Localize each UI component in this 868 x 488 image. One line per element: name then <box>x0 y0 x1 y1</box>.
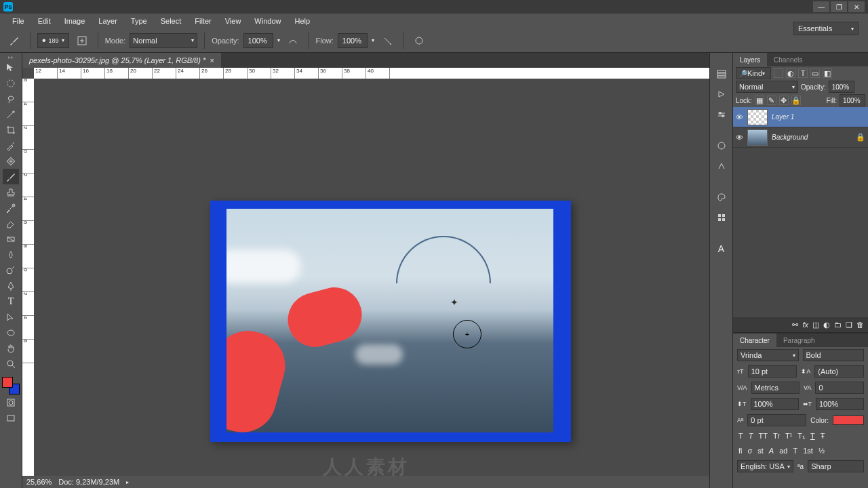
dodge-tool[interactable] <box>3 262 19 278</box>
contextual-icon[interactable]: σ <box>748 447 753 455</box>
properties-panel-icon[interactable] <box>713 106 730 123</box>
superscript-icon[interactable]: T¹ <box>785 432 792 440</box>
foreground-color[interactable] <box>2 377 13 388</box>
kerning-input[interactable]: Metrics <box>751 382 800 394</box>
ruler-horizontal[interactable]: 121416182022242628303234363840 <box>34 68 709 79</box>
brush-panel-icon[interactable] <box>713 137 730 155</box>
filter-pixel-icon[interactable] <box>774 68 783 78</box>
layer-blendmode[interactable]: Normal▾ <box>736 81 798 93</box>
tab-channels[interactable]: Channels <box>767 53 809 66</box>
type-tool[interactable]: T <box>3 293 19 309</box>
menu-window[interactable]: Window <box>248 17 288 25</box>
visibility-icon[interactable]: 👁 <box>736 134 743 142</box>
leading-input[interactable]: (Auto) <box>814 365 864 378</box>
ordinals-icon[interactable]: 1st <box>803 447 813 455</box>
blur-tool[interactable] <box>3 247 19 262</box>
healing-tool[interactable] <box>3 153 19 169</box>
lock-all-icon[interactable]: 🔒 <box>791 96 801 105</box>
lasso-tool[interactable] <box>3 91 19 106</box>
lock-transparency-icon[interactable]: ▦ <box>755 96 764 105</box>
pressure-opacity-icon[interactable] <box>284 32 302 49</box>
minimize-button[interactable]: — <box>813 1 829 12</box>
vscale-input[interactable]: 100% <box>751 398 799 410</box>
brushpresets-panel-icon[interactable] <box>713 157 730 175</box>
filter-smart-icon[interactable]: ◧ <box>823 68 832 78</box>
stylistic-icon[interactable]: ad <box>779 447 787 455</box>
menu-help[interactable]: Help <box>288 17 317 25</box>
maximize-button[interactable]: ❐ <box>831 1 847 12</box>
layer-mask-icon[interactable]: ◫ <box>812 321 819 329</box>
swash-icon[interactable]: A <box>769 447 774 455</box>
color-panel-icon[interactable] <box>713 188 730 206</box>
menu-filter[interactable]: Filter <box>188 17 218 25</box>
shape-tool[interactable] <box>3 325 19 340</box>
pen-tool[interactable] <box>3 278 19 293</box>
pressure-size-icon[interactable] <box>410 32 428 49</box>
brush-tool[interactable] <box>3 169 19 184</box>
titling-icon[interactable]: T <box>793 447 797 455</box>
actions-panel-icon[interactable] <box>713 85 730 103</box>
allcaps-icon[interactable]: TT <box>758 432 767 440</box>
filter-adjust-icon[interactable]: ◐ <box>786 68 795 78</box>
move-tool[interactable] <box>3 60 19 75</box>
flow-slider-icon[interactable]: ▾ <box>372 37 374 43</box>
eyedropper-tool[interactable] <box>3 138 19 153</box>
font-size-input[interactable]: 10 pt <box>748 365 797 378</box>
group-icon[interactable]: 🗀 <box>834 321 842 329</box>
path-select-tool[interactable] <box>3 309 19 325</box>
layer-thumbnail[interactable] <box>747 109 768 125</box>
ruler-vertical[interactable]: 642024680246 <box>22 79 34 476</box>
brush-panel-toggle[interactable] <box>73 32 91 49</box>
color-swatches[interactable] <box>2 377 20 394</box>
fractions-icon[interactable]: ½ <box>818 447 825 455</box>
menu-layer[interactable]: Layer <box>92 17 124 25</box>
workspace-switcher[interactable]: Essentials▾ <box>793 22 859 35</box>
wand-tool[interactable] <box>3 106 19 122</box>
layer-filter-kind[interactable]: 🔎 Kind ▾ <box>736 67 771 79</box>
zoom-tool[interactable] <box>3 356 19 371</box>
menu-type[interactable]: Type <box>124 17 154 25</box>
tab-layers[interactable]: Layers <box>733 53 767 66</box>
opacity-slider-icon[interactable]: ▾ <box>277 37 280 43</box>
baseline-input[interactable]: 0 pt <box>747 414 806 426</box>
swatches-panel-icon[interactable] <box>713 209 730 226</box>
filter-type-icon[interactable]: T <box>798 68 808 78</box>
close-button[interactable]: ✕ <box>848 1 865 12</box>
smallcaps-icon[interactable]: Tr <box>773 432 780 440</box>
ligatures-icon[interactable]: fi <box>738 447 743 455</box>
close-tab-icon[interactable]: × <box>210 56 214 64</box>
layer-fx-icon[interactable]: fx <box>802 321 808 329</box>
character-panel-icon[interactable]: A <box>713 240 730 258</box>
layer-name[interactable]: Layer 1 <box>772 113 794 121</box>
flow-input[interactable]: 100% <box>338 33 368 48</box>
font-family-dropdown[interactable]: Vrinda▾ <box>737 349 799 361</box>
menu-edit[interactable]: Edit <box>31 17 58 25</box>
link-layers-icon[interactable]: ⚯ <box>792 321 798 329</box>
filter-shape-icon[interactable]: ▭ <box>810 68 820 78</box>
layer-item[interactable]: 👁 Background 🔒 <box>733 127 868 148</box>
layer-item[interactable]: 👁 Layer 1 <box>733 107 868 127</box>
tab-paragraph[interactable]: Paragraph <box>776 333 822 347</box>
history-brush-tool[interactable] <box>3 200 19 216</box>
tab-character[interactable]: Character <box>733 333 776 347</box>
history-panel-icon[interactable] <box>713 65 730 83</box>
eraser-tool[interactable] <box>3 216 19 231</box>
blend-mode-dropdown[interactable]: Normal▾ <box>130 33 197 48</box>
document-tab[interactable]: pexels-photo-30295r.jpg @ 25,7% (Layer 1… <box>22 53 221 68</box>
opacity-input[interactable]: 100% <box>243 33 273 48</box>
delete-layer-icon[interactable]: 🗑 <box>856 321 864 329</box>
faux-italic-icon[interactable]: T <box>749 432 753 440</box>
new-layer-icon[interactable]: ❏ <box>846 321 852 329</box>
menu-file[interactable]: File <box>5 17 31 25</box>
screenmode-toggle[interactable] <box>3 410 19 426</box>
gradient-tool[interactable] <box>3 231 19 247</box>
quickmask-toggle[interactable] <box>3 394 19 410</box>
lock-position-icon[interactable]: ✥ <box>779 96 789 105</box>
crop-tool[interactable] <box>3 122 19 138</box>
antialiasing-dropdown[interactable]: Sharp <box>808 460 864 472</box>
visibility-icon[interactable]: 👁 <box>736 113 743 121</box>
airbrush-icon[interactable] <box>378 32 396 49</box>
hscale-input[interactable]: 100% <box>816 398 864 410</box>
discretionary-icon[interactable]: st <box>757 447 764 455</box>
hand-tool[interactable] <box>3 340 19 356</box>
